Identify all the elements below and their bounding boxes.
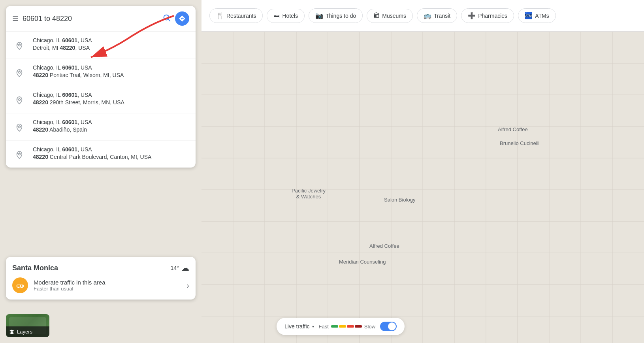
svg-rect-35 [21,285,23,287]
traffic-location: Santa Monica [12,264,58,272]
suggestion-primary-4: Chicago, IL 60601, USA [33,146,189,153]
transit-icon: 🚌 [424,12,431,19]
temperature-text: 14° [171,265,179,271]
suggestion-text-2: Chicago, IL 60601, USA 48220 290th Stree… [33,92,189,106]
suggestion-primary-3: Chicago, IL 60601, USA [33,119,189,125]
suggestion-item-0[interactable]: Chicago, IL 60601, USA Detroit, MI 48220… [6,32,196,59]
scale-seg-dark-red [355,325,362,328]
category-pill-atms[interactable]: 🏧 ATMs [518,8,556,23]
svg-line-24 [168,19,170,21]
restaurants-icon: 🍴 [216,12,224,19]
suggestion-secondary-0: Detroit, MI 48220, USA [33,45,189,51]
suggestion-primary-0: Chicago, IL 60601, USA [33,37,189,43]
suggestion-secondary-1: 48220 Pontiac Trail, Wixom, MI, USA [33,72,189,78]
nav-icon-4 [12,148,26,162]
suggestion-primary-2: Chicago, IL 60601, USA [33,92,189,98]
pharmacies-icon: ➕ [468,12,476,19]
suggestion-primary-1: Chicago, IL 60601, USA [33,64,189,71]
suggestion-item-1[interactable]: Chicago, IL 60601, USA 48220 Pontiac Tra… [6,59,196,86]
traffic-toggle[interactable] [380,322,397,331]
search-icon-button[interactable] [162,13,171,24]
layers-thumbnail: Layers [6,314,49,337]
weather-icon: ☁ [181,263,189,273]
live-traffic-text: Live traffic [284,323,310,330]
suggestion-item-3[interactable]: Chicago, IL 60601, USA 48220 Abadiño, Sp… [6,113,196,141]
traffic-scale: Fast Slow [319,324,375,330]
restaurants-label: Restaurants [226,13,256,19]
layers-label: Layers [17,329,32,335]
slow-label: Slow [364,324,375,330]
scale-seg-orange [347,325,354,328]
svg-rect-34 [17,285,20,287]
suggestion-secondary-2: 48220 290th Street, Morris, MN, USA [33,99,189,106]
suggestion-text-0: Chicago, IL 60601, USA Detroit, MI 48220… [33,37,189,51]
nav-icon-0 [12,39,26,53]
suggestion-item-2[interactable]: Chicago, IL 60601, USA 48220 290th Stree… [6,86,196,113]
fast-label: Fast [319,324,329,330]
scale-seg-yellow [339,325,346,328]
hamburger-icon[interactable]: ☰ [12,14,19,23]
traffic-status: Moderate traffic in this area [34,279,181,286]
directions-icon-button[interactable] [175,11,189,26]
category-pill-museums[interactable]: 🏛 Museums [367,9,413,23]
traffic-chevron-icon[interactable]: › [186,281,189,290]
suggestion-text-3: Chicago, IL 60601, USA 48220 Abadiño, Sp… [33,119,189,133]
category-pill-things-to-do[interactable]: 📷 Things to do [309,8,363,23]
traffic-badge [12,277,28,293]
traffic-card: Santa Monica 14° ☁ Moderate traffic in t… [6,257,196,300]
nav-icon-2 [12,93,26,107]
suggestion-text-4: Chicago, IL 60601, USA 48220 Central Par… [33,146,189,160]
things-to-do-icon: 📷 [315,12,323,19]
hotels-label: Hotels [282,13,298,19]
traffic-header: Santa Monica 14° ☁ [12,263,189,273]
category-bar: 🍴 Restaurants 🛏 Hotels 📷 Things to do 🏛 … [201,0,644,32]
suggestions-list: Chicago, IL 60601, USA Detroit, MI 48220… [6,32,196,168]
live-traffic-bar: Live traffic ▾ Fast Slow [277,318,405,335]
suggestion-secondary-3: 48220 Abadiño, Spain [33,126,189,133]
live-traffic-label: Live traffic ▾ [284,323,314,330]
nav-icon-3 [12,121,26,135]
atms-icon: 🏧 [525,12,533,19]
layers-icon [9,329,15,335]
search-input-text[interactable]: 60601 to 48220 [23,15,158,23]
layers-label-box: Layers [6,326,49,337]
svg-point-32 [18,287,19,288]
category-pill-restaurants[interactable]: 🍴 Restaurants [209,8,263,23]
things-to-do-label: Things to do [326,13,356,19]
suggestion-item-4[interactable]: Chicago, IL 60601, USA 48220 Central Par… [6,141,196,168]
hotels-icon: 🛏 [273,12,280,19]
search-panel: ☰ 60601 to 48220 Chicago, [6,6,196,168]
museums-icon: 🏛 [373,12,380,19]
suggestion-text-1: Chicago, IL 60601, USA 48220 Pontiac Tra… [33,64,189,78]
nav-icon-1 [12,66,26,80]
category-pill-hotels[interactable]: 🛏 Hotels [267,9,305,23]
museums-label: Museums [382,13,406,19]
svg-point-33 [21,287,23,288]
traffic-weather: 14° ☁ [171,263,189,273]
search-bar: ☰ 60601 to 48220 [6,6,196,32]
traffic-sub: Faster than usual [34,286,181,292]
traffic-details: Moderate traffic in this area Faster tha… [34,279,181,292]
traffic-info: Moderate traffic in this area Faster tha… [12,277,189,293]
traffic-dropdown-arrow[interactable]: ▾ [312,324,314,329]
atms-label: ATMs [535,13,549,19]
scale-seg-green [331,325,338,328]
suggestion-secondary-4: 48220 Central Park Boulevard, Canton, MI… [33,154,189,160]
transit-label: Transit [434,13,450,19]
pharmacies-label: Pharmacies [478,13,507,19]
layers-control[interactable]: Layers [6,314,49,337]
traffic-scale-bar [331,325,362,328]
category-pill-transit[interactable]: 🚌 Transit [417,8,457,23]
category-pill-pharmacies[interactable]: ➕ Pharmacies [461,8,514,23]
